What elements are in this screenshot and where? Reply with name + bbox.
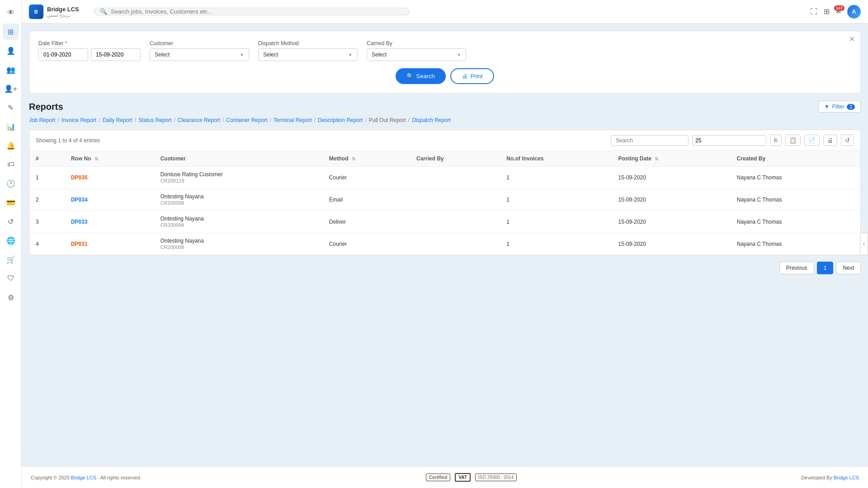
cell-row-no[interactable]: DP033 — [65, 211, 154, 233]
brand-logo-text: B — [34, 9, 38, 14]
print-button-label: Print — [471, 73, 483, 80]
page-1-button[interactable]: 1 — [817, 262, 834, 274]
cell-carried-by — [410, 189, 500, 211]
sidebar-person-add-icon[interactable]: 👤+ — [3, 80, 19, 97]
print-table-button[interactable]: 🖨 — [823, 135, 837, 146]
nav-dispatch-report[interactable]: Dispatch Report — [412, 117, 451, 123]
footer-rights: . All rights reserved. — [98, 475, 142, 480]
sidebar-edit-icon[interactable]: ✎ — [3, 99, 19, 116]
cell-row-no[interactable]: DP031 — [65, 233, 154, 255]
reports-title: Reports — [29, 102, 63, 112]
sidebar-eye-icon[interactable]: 👁 — [3, 5, 19, 21]
sidebar-tag-icon[interactable]: 🏷 — [3, 156, 19, 173]
previous-button[interactable]: Previous — [779, 262, 814, 274]
table-row: 4 DP031 Ontesting NayanaCR200008 Courier… — [29, 233, 860, 255]
table-info: Showing 1 to 4 of 4 entries — [36, 137, 100, 144]
sidebar-refresh-icon[interactable]: ↺ — [3, 213, 19, 230]
cell-row-no[interactable]: DP035 — [65, 167, 154, 189]
cell-num-invoices: 1 — [500, 189, 612, 211]
notification-button[interactable]: ✉ 147 — [836, 8, 841, 15]
cell-num: 2 — [29, 189, 65, 211]
global-search-bar[interactable]: 🔍 — [93, 8, 410, 15]
search-button[interactable]: 🔍 Search — [396, 68, 446, 84]
cell-num: 4 — [29, 233, 65, 255]
sidebar-card-icon[interactable]: 💳 — [3, 194, 19, 211]
iso-badge: ISO 25000 : 2014 — [475, 474, 517, 481]
nav-terminal-report[interactable]: Terminal Report — [274, 117, 312, 123]
nav-status-report[interactable]: Status Report — [138, 117, 171, 123]
sidebar-chart-icon[interactable]: 📊 — [3, 118, 19, 135]
date-from-input[interactable] — [38, 48, 88, 61]
nav-job-report[interactable]: Job Report — [29, 117, 56, 123]
nav-description-report[interactable]: Description Report — [318, 117, 363, 123]
sidebar-clock-icon[interactable]: 🕐 — [3, 175, 19, 192]
cell-created-by: Nayana C Thomas — [731, 189, 860, 211]
nav-daily-report[interactable]: Daily Report — [103, 117, 132, 123]
search-button-label: Search — [416, 73, 435, 80]
footer-dev-link[interactable]: Bridge LCS — [834, 475, 859, 480]
sidebar-globe-icon[interactable]: 🌐 — [3, 232, 19, 249]
main-wrapper: B Bridge LCS بريدج لسس 🔍 ⛶ ⊞ ✉ 147 A ✕ — [22, 0, 868, 488]
next-button[interactable]: Next — [836, 262, 861, 274]
sidebar-group-icon[interactable]: 👥 — [3, 61, 19, 78]
carried-by-select[interactable]: Select ▼ — [367, 48, 466, 61]
cell-created-by: Nayana C Thomas — [731, 233, 860, 255]
expand-icon[interactable]: ⛶ — [810, 8, 817, 16]
carried-by-label: Carried By — [367, 40, 466, 47]
col-carried-by: Carried By — [410, 151, 500, 167]
search-input[interactable] — [111, 8, 403, 15]
filter-icon: ▼ — [824, 103, 830, 110]
close-filter-button[interactable]: ✕ — [849, 36, 855, 43]
col-num: # — [29, 151, 65, 167]
date-range — [38, 48, 141, 61]
sidebar-shield-icon[interactable]: 🛡 — [3, 270, 19, 286]
sidebar-alert-icon[interactable]: 🔔 — [3, 137, 19, 154]
sidebar-cart-icon[interactable]: 🛒 — [3, 251, 19, 267]
filter-actions: 🔍 Search 🖨 Print — [38, 68, 851, 84]
topnav-right: ⛶ ⊞ ✉ 147 A — [810, 5, 861, 19]
apps-icon[interactable]: ⊞ — [824, 7, 830, 16]
col-created-by: Created By — [731, 151, 860, 167]
copy-button[interactable]: ⎘ — [770, 135, 782, 146]
collapse-sidebar-button[interactable]: ‹ — [860, 233, 868, 255]
page-size-input[interactable] — [692, 135, 766, 146]
date-filter-label: Date Filter * — [38, 40, 141, 47]
brand-name: Bridge LCS — [47, 6, 79, 13]
filter-toggle-label: Filter — [832, 103, 844, 110]
refresh-table-button[interactable]: ↺ — [841, 135, 854, 146]
table-row: 3 DP033 Ontesting NayanaCR200008 Deliver… — [29, 211, 860, 233]
col-row-no: Row No ⇅ — [65, 151, 154, 167]
cell-method: Courier — [323, 167, 410, 189]
sidebar-person-icon[interactable]: 👤 — [3, 42, 19, 59]
certified-badge: Certified — [426, 474, 451, 481]
footer-brand-link[interactable]: Bridge LCS — [71, 475, 96, 480]
cell-posting-date: 15-09-2020 — [612, 233, 731, 255]
table-controls: ⎘ 📋 📄 🖨 ↺ — [611, 135, 854, 146]
nav-clearance-report[interactable]: Clearance Report — [178, 117, 220, 123]
brand: B Bridge LCS بريدج لسس — [29, 5, 88, 19]
cell-carried-by — [410, 211, 500, 233]
customer-select[interactable]: Select ▼ — [150, 48, 249, 61]
avatar[interactable]: A — [847, 5, 861, 19]
cell-customer: Dontuse Rating CustomerCR200119 — [154, 167, 323, 189]
report-nav: Job Report / Invoice Report / Daily Repo… — [29, 117, 861, 123]
date-to-input[interactable] — [91, 48, 141, 61]
date-filter-group: Date Filter * — [38, 40, 141, 61]
cell-posting-date: 15-09-2020 — [612, 211, 731, 233]
cell-row-no[interactable]: DP034 — [65, 189, 154, 211]
dispatch-method-select[interactable]: Select ▼ — [258, 48, 358, 61]
brand-text: Bridge LCS بريدج لسس — [47, 6, 79, 18]
sidebar-grid-icon[interactable]: ⊞ — [3, 23, 19, 40]
nav-container-report[interactable]: Container Report — [226, 117, 267, 123]
table-search-input[interactable] — [611, 135, 689, 146]
footer-developed-by: Developed By — [801, 475, 832, 480]
sidebar-settings-icon[interactable]: ⚙ — [3, 289, 19, 305]
csv-button[interactable]: 📋 — [785, 135, 801, 146]
print-button[interactable]: 🖨 Print — [450, 68, 495, 84]
filter-toggle-button[interactable]: ▼ Filter 2 — [818, 101, 861, 113]
excel-button[interactable]: 📄 — [804, 135, 820, 146]
cell-carried-by — [410, 233, 500, 255]
nav-invoice-report[interactable]: Invoice Report — [61, 117, 96, 123]
cell-customer: Ontesting NayanaCR200008 — [154, 233, 323, 255]
nav-pullout-report: Pull Out Report — [369, 117, 406, 123]
